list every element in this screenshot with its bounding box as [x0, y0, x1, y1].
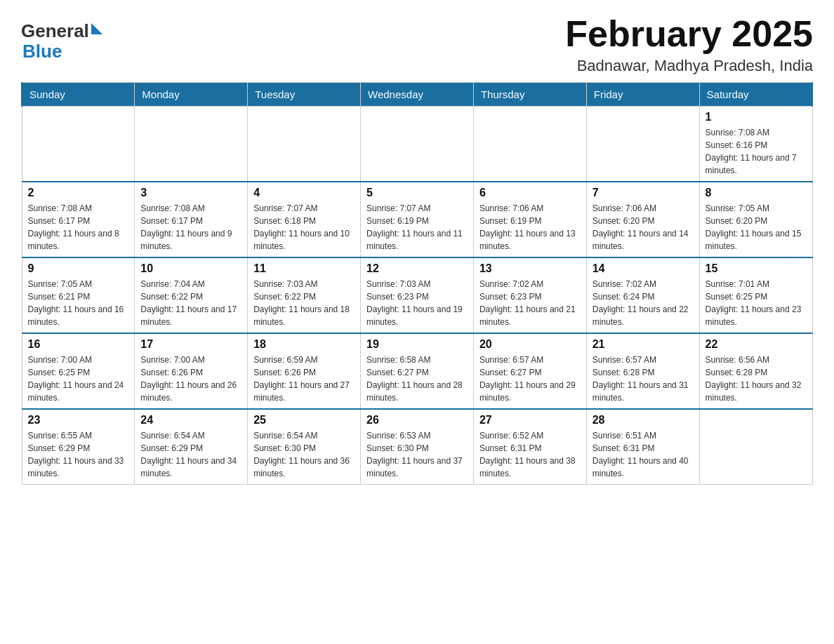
calendar-cell — [699, 409, 812, 485]
day-info: Sunrise: 6:57 AMSunset: 6:28 PMDaylight:… — [593, 354, 694, 404]
header-tuesday: Tuesday — [248, 83, 361, 107]
calendar-cell: 24Sunrise: 6:54 AMSunset: 6:29 PMDayligh… — [135, 409, 248, 485]
day-info: Sunrise: 6:59 AMSunset: 6:26 PMDaylight:… — [253, 354, 355, 404]
header-friday: Friday — [586, 83, 699, 107]
calendar-cell: 8Sunrise: 7:05 AMSunset: 6:20 PMDaylight… — [699, 182, 812, 257]
day-info: Sunrise: 7:06 AMSunset: 6:19 PMDaylight:… — [479, 202, 581, 253]
day-number: 6 — [479, 187, 581, 199]
day-info: Sunrise: 7:08 AMSunset: 6:17 PMDaylight:… — [28, 202, 129, 253]
day-info: Sunrise: 7:02 AMSunset: 6:23 PMDaylight:… — [479, 278, 581, 328]
logo: General Blue — [21, 21, 102, 61]
day-info: Sunrise: 7:07 AMSunset: 6:19 PMDaylight:… — [366, 202, 468, 253]
day-number: 13 — [479, 262, 581, 275]
day-info: Sunrise: 7:03 AMSunset: 6:22 PMDaylight:… — [253, 278, 355, 328]
calendar-cell: 28Sunrise: 6:51 AMSunset: 6:31 PMDayligh… — [586, 409, 699, 485]
day-info: Sunrise: 7:08 AMSunset: 6:16 PMDaylight:… — [706, 126, 807, 177]
day-number: 21 — [593, 338, 694, 351]
calendar-cell: 5Sunrise: 7:07 AMSunset: 6:19 PMDaylight… — [361, 182, 474, 257]
day-number: 7 — [593, 187, 694, 199]
day-info: Sunrise: 7:01 AMSunset: 6:25 PMDaylight:… — [706, 278, 807, 328]
calendar-cell: 3Sunrise: 7:08 AMSunset: 6:17 PMDaylight… — [135, 182, 248, 257]
calendar-cell — [135, 107, 248, 182]
calendar-cell: 14Sunrise: 7:02 AMSunset: 6:24 PMDayligh… — [586, 257, 699, 333]
day-info: Sunrise: 7:03 AMSunset: 6:23 PMDaylight:… — [366, 278, 468, 328]
header-thursday: Thursday — [473, 83, 586, 107]
day-info: Sunrise: 7:00 AMSunset: 6:26 PMDaylight:… — [140, 354, 241, 404]
calendar-cell — [361, 107, 474, 182]
day-number: 11 — [253, 262, 355, 275]
calendar-cell: 22Sunrise: 6:56 AMSunset: 6:28 PMDayligh… — [699, 333, 812, 409]
day-info: Sunrise: 7:00 AMSunset: 6:25 PMDaylight:… — [28, 354, 129, 404]
day-number: 15 — [706, 262, 807, 275]
calendar-week-3: 9Sunrise: 7:05 AMSunset: 6:21 PMDaylight… — [22, 257, 812, 333]
day-number: 18 — [253, 338, 355, 351]
day-number: 4 — [253, 187, 355, 199]
calendar-subtitle: Badnawar, Madhya Pradesh, India — [565, 57, 813, 75]
day-number: 24 — [140, 414, 241, 427]
day-info: Sunrise: 6:57 AMSunset: 6:27 PMDaylight:… — [479, 354, 581, 404]
calendar-week-2: 2Sunrise: 7:08 AMSunset: 6:17 PMDaylight… — [22, 182, 812, 257]
calendar-cell: 7Sunrise: 7:06 AMSunset: 6:20 PMDaylight… — [586, 182, 699, 257]
header-sunday: Sunday — [22, 83, 135, 107]
calendar-cell: 2Sunrise: 7:08 AMSunset: 6:17 PMDaylight… — [22, 182, 135, 257]
calendar-cell: 10Sunrise: 7:04 AMSunset: 6:22 PMDayligh… — [135, 257, 248, 333]
day-number: 16 — [28, 338, 129, 351]
calendar-cell: 13Sunrise: 7:02 AMSunset: 6:23 PMDayligh… — [473, 257, 586, 333]
day-info: Sunrise: 7:07 AMSunset: 6:18 PMDaylight:… — [253, 202, 355, 253]
calendar-cell: 12Sunrise: 7:03 AMSunset: 6:23 PMDayligh… — [361, 257, 474, 333]
calendar-cell: 20Sunrise: 6:57 AMSunset: 6:27 PMDayligh… — [473, 333, 586, 409]
calendar-cell: 4Sunrise: 7:07 AMSunset: 6:18 PMDaylight… — [248, 182, 361, 257]
calendar-cell: 21Sunrise: 6:57 AMSunset: 6:28 PMDayligh… — [586, 333, 699, 409]
calendar-cell — [22, 107, 135, 182]
day-number: 2 — [28, 187, 129, 199]
day-number: 3 — [140, 187, 241, 199]
logo-general-text: General — [21, 21, 89, 41]
calendar-week-5: 23Sunrise: 6:55 AMSunset: 6:29 PMDayligh… — [22, 409, 812, 485]
calendar-cell: 27Sunrise: 6:52 AMSunset: 6:31 PMDayligh… — [473, 409, 586, 485]
calendar-cell: 26Sunrise: 6:53 AMSunset: 6:30 PMDayligh… — [361, 409, 474, 485]
day-info: Sunrise: 7:04 AMSunset: 6:22 PMDaylight:… — [140, 278, 241, 328]
day-number: 25 — [253, 414, 355, 427]
calendar-cell: 17Sunrise: 7:00 AMSunset: 6:26 PMDayligh… — [135, 333, 248, 409]
day-info: Sunrise: 6:51 AMSunset: 6:31 PMDaylight:… — [593, 429, 694, 480]
calendar-cell: 25Sunrise: 6:54 AMSunset: 6:30 PMDayligh… — [248, 409, 361, 485]
day-number: 14 — [593, 262, 694, 275]
day-number: 19 — [366, 338, 468, 351]
day-info: Sunrise: 7:05 AMSunset: 6:21 PMDaylight:… — [28, 278, 129, 328]
calendar-cell: 16Sunrise: 7:00 AMSunset: 6:25 PMDayligh… — [22, 333, 135, 409]
calendar-cell: 23Sunrise: 6:55 AMSunset: 6:29 PMDayligh… — [22, 409, 135, 485]
day-info: Sunrise: 6:54 AMSunset: 6:29 PMDaylight:… — [140, 429, 241, 480]
day-number: 28 — [593, 414, 694, 427]
day-info: Sunrise: 6:58 AMSunset: 6:27 PMDaylight:… — [366, 354, 468, 404]
day-number: 23 — [28, 414, 129, 427]
calendar-header-row: SundayMondayTuesdayWednesdayThursdayFrid… — [22, 83, 812, 107]
title-section: February 2025 Badnawar, Madhya Pradesh, … — [565, 14, 813, 75]
day-number: 17 — [140, 338, 241, 351]
day-number: 1 — [706, 111, 807, 123]
day-info: Sunrise: 6:54 AMSunset: 6:30 PMDaylight:… — [253, 429, 355, 480]
calendar-cell: 18Sunrise: 6:59 AMSunset: 6:26 PMDayligh… — [248, 333, 361, 409]
calendar-cell: 11Sunrise: 7:03 AMSunset: 6:22 PMDayligh… — [248, 257, 361, 333]
calendar-cell — [586, 107, 699, 182]
day-number: 12 — [366, 262, 468, 275]
day-info: Sunrise: 6:56 AMSunset: 6:28 PMDaylight:… — [706, 354, 807, 404]
calendar-cell: 9Sunrise: 7:05 AMSunset: 6:21 PMDaylight… — [22, 257, 135, 333]
day-info: Sunrise: 6:53 AMSunset: 6:30 PMDaylight:… — [366, 429, 468, 480]
calendar-cell — [248, 107, 361, 182]
calendar-week-4: 16Sunrise: 7:00 AMSunset: 6:25 PMDayligh… — [22, 333, 812, 409]
day-info: Sunrise: 7:08 AMSunset: 6:17 PMDaylight:… — [140, 202, 241, 253]
day-info: Sunrise: 7:05 AMSunset: 6:20 PMDaylight:… — [706, 202, 807, 253]
page-header: General Blue February 2025 Badnawar, Mad… — [21, 14, 813, 75]
logo-blue-text: Blue — [22, 41, 102, 62]
calendar-cell: 6Sunrise: 7:06 AMSunset: 6:19 PMDaylight… — [473, 182, 586, 257]
calendar-cell: 1Sunrise: 7:08 AMSunset: 6:16 PMDaylight… — [699, 107, 812, 182]
day-number: 9 — [28, 262, 129, 275]
day-number: 22 — [706, 338, 807, 351]
header-wednesday: Wednesday — [361, 83, 474, 107]
calendar-cell: 19Sunrise: 6:58 AMSunset: 6:27 PMDayligh… — [361, 333, 474, 409]
calendar-cell — [473, 107, 586, 182]
day-number: 8 — [706, 187, 807, 199]
header-monday: Monday — [135, 83, 248, 107]
calendar-table: SundayMondayTuesdayWednesdayThursdayFrid… — [21, 82, 813, 485]
calendar-title: February 2025 — [565, 14, 813, 54]
